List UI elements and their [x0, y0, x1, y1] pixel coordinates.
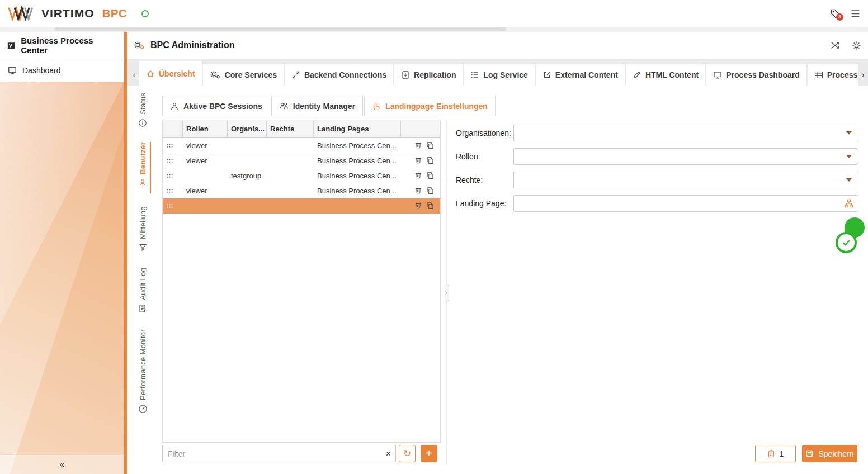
tab-log-service[interactable]: Log Service	[464, 64, 534, 86]
cell-rollen: viewer	[183, 153, 228, 168]
sidebar-item-dashboard[interactable]: Dashboard	[0, 59, 124, 81]
save-label: Speichern	[818, 449, 853, 458]
dropdown-trigger[interactable]	[842, 173, 856, 187]
drag-handle-icon[interactable]	[163, 183, 183, 198]
cell-organisationen	[228, 153, 267, 168]
organisationen-select[interactable]	[514, 125, 857, 141]
side-tab-mitteilung[interactable]: Mitteilung	[134, 206, 151, 255]
app-window: VIRTIMO BPC 3	[0, 0, 868, 474]
table-row[interactable]: viewer Business Process Cen...	[163, 138, 440, 153]
funnel-icon	[139, 243, 147, 252]
subtab-identity-manager[interactable]: Identity Manager	[271, 96, 363, 116]
row-actions	[401, 168, 440, 183]
subtab-landingpage-einstellungen[interactable]: Landingpage Einstellungen	[364, 96, 496, 116]
side-tab-label: Mitteilung	[139, 206, 147, 239]
table-row-selected[interactable]	[163, 198, 440, 214]
landingpage-grid: Rollen Organis... Rechte Landing Pages v…	[162, 120, 441, 443]
save-button[interactable]: Speichern	[802, 445, 857, 462]
rechte-select[interactable]	[514, 172, 857, 188]
cell-landing-pages: Business Process Cen...	[314, 153, 401, 168]
delete-icon[interactable]	[414, 187, 422, 195]
sidebar-item-label: Dashboard	[22, 66, 61, 75]
tabs-scroll-right[interactable]: ›	[858, 64, 868, 86]
column-rechte[interactable]: Rechte	[267, 120, 314, 137]
cell-rechte	[267, 168, 314, 183]
side-tab-performance-monitor[interactable]: Performance Monitor	[134, 329, 151, 425]
column-organisationen[interactable]: Organis...	[228, 120, 267, 137]
drag-handle-icon[interactable]	[163, 138, 183, 153]
tab-backend-connections[interactable]: Backend Connections	[285, 64, 393, 86]
subtab-aktive-bpc-sessions[interactable]: Aktive BPC Sessions	[162, 96, 270, 116]
refresh-button[interactable]: ↻	[399, 445, 416, 462]
cell-rollen	[183, 168, 228, 183]
rollen-field	[513, 148, 857, 165]
delete-icon[interactable]	[414, 172, 422, 179]
crossing-arrows-icon	[831, 41, 841, 49]
scrollbar-thumb[interactable]	[54, 27, 506, 31]
tab-replication[interactable]: Replication	[394, 64, 463, 86]
copy-icon[interactable]	[426, 187, 434, 195]
pen-icon	[633, 70, 641, 79]
main-tabbar: ‹ Übersicht Core Services Backend Connec…	[127, 59, 868, 86]
table-grid-icon	[814, 70, 823, 79]
cell-rechte	[267, 183, 314, 198]
copy-icon[interactable]	[426, 202, 434, 210]
side-tab-benutzer[interactable]: Benutzer	[134, 142, 151, 193]
delete-icon[interactable]	[414, 141, 422, 149]
save-icon	[805, 449, 814, 458]
organisationen-label: Organisationen:	[456, 125, 511, 141]
tabs-scroll-left[interactable]: ‹	[129, 64, 139, 86]
tab-external-content[interactable]: External Content	[536, 64, 625, 86]
column-rollen[interactable]: Rollen	[183, 120, 228, 137]
table-row[interactable]: testgroup Business Process Cen...	[163, 168, 440, 183]
chevron-down-icon	[846, 155, 852, 158]
side-tab-label: Performance Monitor	[139, 329, 147, 400]
copy-icon[interactable]	[426, 157, 434, 164]
column-landing-pages[interactable]: Landing Pages	[314, 120, 401, 137]
dropdown-trigger[interactable]	[842, 149, 856, 164]
brand: VIRTIMO BPC	[8, 6, 149, 21]
delete-icon[interactable]	[414, 202, 422, 210]
drag-handle-icon[interactable]	[163, 198, 183, 214]
add-row-button[interactable]: +	[421, 445, 437, 462]
landingpage-form: Organisationen: Rollen: Rechte: Landing …	[447, 120, 868, 463]
row-actions	[401, 198, 440, 214]
monitor-icon	[713, 70, 722, 79]
cell-landing-pages: Business Process Cen...	[314, 168, 401, 183]
tab-process-dashboard[interactable]: Process Dashboard	[706, 64, 806, 86]
clipboard-icon	[767, 449, 775, 458]
sidebar-collapse-button[interactable]: «	[0, 454, 124, 474]
table-filterbar: × ↻ +	[162, 445, 441, 462]
drag-handle-icon[interactable]	[163, 153, 183, 168]
modified-count-button[interactable]: 1	[755, 445, 796, 462]
dropdown-trigger[interactable]	[842, 126, 856, 140]
table-row[interactable]: viewer Business Process Cen...	[163, 153, 440, 168]
tab-label: Core Services	[225, 70, 277, 79]
landing-page-input[interactable]	[514, 196, 857, 211]
delete-icon[interactable]	[414, 157, 422, 164]
side-tab-status[interactable]: Status	[134, 93, 151, 131]
filter-input[interactable]	[162, 445, 396, 462]
landing-page-picker-button[interactable]	[842, 196, 856, 211]
tab-html-content[interactable]: HTML Content	[626, 64, 705, 86]
clear-filter-icon[interactable]: ×	[386, 449, 391, 458]
cell-rollen: viewer	[183, 138, 228, 153]
tab-core-services[interactable]: Core Services	[203, 64, 284, 86]
table-row[interactable]: viewer Business Process Cen...	[163, 183, 440, 198]
bpc-window-icon	[7, 41, 16, 50]
notifications-button[interactable]: 3	[830, 8, 841, 19]
copy-icon[interactable]	[426, 141, 434, 149]
chevron-down-icon	[846, 178, 852, 182]
settings-button[interactable]	[852, 41, 861, 50]
swap-panels-button[interactable]	[831, 41, 841, 49]
side-tab-label: Status	[139, 93, 147, 115]
tab-uebersicht[interactable]: Übersicht	[139, 61, 202, 86]
tab-process-monitoring[interactable]: Process Monito	[808, 64, 858, 86]
horizontal-scrollbar[interactable]	[0, 27, 868, 32]
menu-button[interactable]	[851, 10, 860, 18]
uebersicht-content: Status Benutzer Mitteilung Audit Log Per…	[127, 86, 868, 474]
side-tab-audit-log[interactable]: Audit Log	[134, 268, 151, 317]
drag-handle-icon[interactable]	[163, 168, 183, 183]
rollen-select[interactable]	[514, 149, 857, 164]
copy-icon[interactable]	[426, 172, 434, 179]
